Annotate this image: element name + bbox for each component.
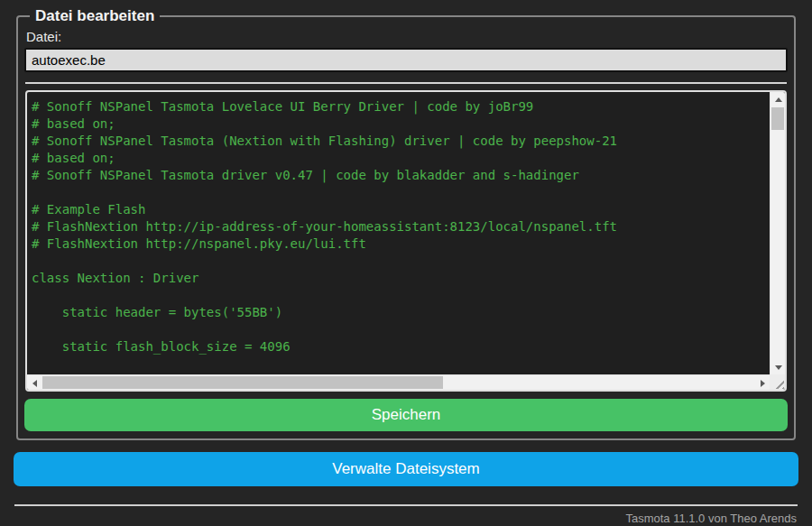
footer-version-link[interactable]: Tasmota 11.1.0 von Theo Arends: [14, 506, 798, 525]
edit-file-title: Datei bearbeiten: [30, 7, 160, 25]
scroll-right-arrow-icon[interactable]: [755, 375, 770, 391]
scrollbar-corner: [770, 374, 785, 390]
edit-file-fieldset: Datei bearbeiten Datei: # Sonoff NSPanel…: [16, 7, 796, 440]
file-name-label: Datei:: [26, 29, 788, 44]
scroll-down-arrow-icon[interactable]: [770, 360, 786, 374]
page: Datei bearbeiten Datei: # Sonoff NSPanel…: [0, 0, 812, 525]
resize-grip-icon[interactable]: [772, 377, 784, 389]
file-name-input[interactable]: [24, 48, 788, 72]
save-button[interactable]: Speichern: [24, 399, 788, 431]
horizontal-scrollbar[interactable]: [27, 374, 770, 390]
vertical-scrollbar-thumb[interactable]: [771, 107, 784, 130]
vertical-scrollbar[interactable]: [770, 92, 785, 374]
manage-filesystem-button[interactable]: Verwalte Dateisystem: [14, 452, 798, 486]
scroll-left-arrow-icon[interactable]: [27, 375, 42, 391]
horizontal-scrollbar-thumb[interactable]: [42, 376, 443, 389]
scroll-up-arrow-icon[interactable]: [770, 92, 786, 106]
file-content-editor[interactable]: # Sonoff NSPanel Tasmota Lovelace UI Ber…: [25, 90, 787, 392]
file-content-text: # Sonoff NSPanel Tasmota Lovelace UI Ber…: [27, 92, 770, 374]
footer: Tasmota 11.1.0 von Theo Arends: [14, 504, 798, 525]
divider: [25, 82, 787, 84]
